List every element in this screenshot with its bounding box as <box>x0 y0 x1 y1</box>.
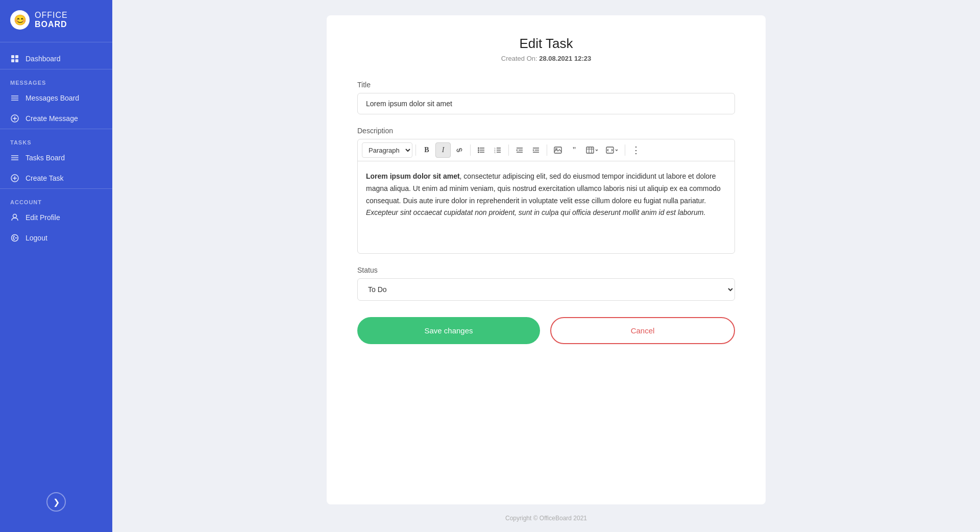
svg-rect-0 <box>11 55 14 58</box>
logo-icon: 😊 <box>10 10 30 30</box>
svg-text:3.: 3. <box>494 151 496 153</box>
editor-content[interactable]: Lorem ipsum dolor sit amet, consectetur … <box>358 161 734 253</box>
editor-italic-text: Excepteur sint occaecat cupidatat non pr… <box>366 208 705 216</box>
svg-point-16 <box>13 214 17 218</box>
description-group: Description Paragraph B I <box>357 127 735 254</box>
title-group: Title <box>357 81 735 114</box>
content-card: Edit Task Created On: 28.08.2021 12:23 T… <box>327 15 766 504</box>
toolbar-divider-2 <box>470 144 471 156</box>
italic-button[interactable]: I <box>435 142 451 158</box>
unordered-list-button[interactable] <box>474 142 489 158</box>
main-content: Edit Task Created On: 28.08.2021 12:23 T… <box>112 0 980 504</box>
create-task-icon <box>10 174 19 183</box>
description-label: Description <box>357 127 735 135</box>
footer: Copyright © OfficeBoard 2021 <box>112 504 980 532</box>
sidebar-item-dashboard-label: Dashboard <box>26 55 61 63</box>
sidebar-divider-2 <box>0 129 112 129</box>
toolbar-divider-1 <box>415 144 416 156</box>
form-actions: Save changes Cancel <box>357 317 735 344</box>
sidebar-toggle-button[interactable]: ❯ <box>46 492 66 512</box>
logout-label: Logout <box>26 234 47 242</box>
editor-bold-text: Lorem ipsum dolor sit amet <box>366 172 460 180</box>
sidebar-item-create-message[interactable]: Create Message <box>0 108 112 129</box>
ordered-list-button[interactable]: 1. 2. 3. <box>490 142 505 158</box>
svg-rect-37 <box>554 147 561 153</box>
toolbar-divider-4 <box>547 144 547 156</box>
sidebar-item-edit-profile[interactable]: Edit Profile <box>0 207 112 228</box>
editor-container: Paragraph B I <box>357 139 735 254</box>
created-date: 28.08.2021 12:23 <box>539 55 591 62</box>
svg-rect-1 <box>15 55 18 58</box>
svg-rect-3 <box>15 59 18 62</box>
table-button[interactable] <box>583 142 602 158</box>
sidebar-item-messages-board[interactable]: Messages Board <box>0 88 112 108</box>
sidebar-item-logout[interactable]: Logout <box>0 228 112 248</box>
footer-text: Copyright © OfficeBoard 2021 <box>505 515 587 522</box>
svg-point-21 <box>478 150 479 151</box>
sidebar-toggle-area: ❯ <box>0 482 112 522</box>
save-changes-button[interactable]: Save changes <box>357 317 540 344</box>
link-button[interactable] <box>452 142 467 158</box>
cancel-button[interactable]: Cancel <box>550 317 735 344</box>
status-group: Status To Do In Progress Done <box>357 266 735 301</box>
edit-profile-label: Edit Profile <box>26 213 60 222</box>
title-input[interactable] <box>357 93 735 114</box>
svg-rect-2 <box>11 59 14 62</box>
sidebar-item-dashboard[interactable]: Dashboard <box>0 49 112 69</box>
messages-board-label: Messages Board <box>26 94 79 102</box>
logout-icon <box>10 233 19 243</box>
sidebar-item-create-task[interactable]: Create Task <box>0 168 112 188</box>
messages-section-label: MESSAGES <box>0 76 112 88</box>
status-select[interactable]: To Do In Progress Done <box>357 278 735 301</box>
create-message-icon <box>10 114 19 123</box>
format-select[interactable]: Paragraph <box>362 142 412 158</box>
sidebar-item-tasks-board[interactable]: Tasks Board <box>0 148 112 168</box>
title-label: Title <box>357 81 735 89</box>
sidebar-divider-1 <box>0 69 112 69</box>
bold-button[interactable]: B <box>419 142 434 158</box>
tasks-board-label: Tasks Board <box>26 154 65 162</box>
status-label: Status <box>357 266 735 274</box>
create-task-label: Create Task <box>26 174 63 182</box>
indent-button[interactable] <box>528 142 544 158</box>
more-button[interactable]: ⋮ <box>628 142 644 158</box>
messages-board-icon <box>10 93 19 103</box>
sidebar-top-divider <box>0 42 112 42</box>
toolbar-divider-3 <box>508 144 509 156</box>
sidebar: 😊 OFFICE BOARD Dashboard MESSAGES Me <box>0 0 112 532</box>
account-section-label: ACCOUNT <box>0 195 112 207</box>
page-subtitle: Created On: 28.08.2021 12:23 <box>357 55 735 62</box>
embed-button[interactable] <box>603 142 622 158</box>
create-message-label: Create Message <box>26 114 78 123</box>
quote-button[interactable]: " <box>567 142 582 158</box>
logo-text: OFFICE BOARD <box>35 11 102 29</box>
outdent-button[interactable] <box>512 142 527 158</box>
tasks-section-label: TASKS <box>0 135 112 148</box>
toolbar-divider-5 <box>625 144 625 156</box>
svg-point-23 <box>478 152 479 153</box>
main-wrapper: Edit Task Created On: 28.08.2021 12:23 T… <box>112 0 980 532</box>
sidebar-divider-3 <box>0 188 112 189</box>
page-title: Edit Task <box>357 36 735 52</box>
editor-toolbar: Paragraph B I <box>358 139 734 161</box>
svg-rect-39 <box>586 147 594 153</box>
tasks-board-icon <box>10 153 19 162</box>
image-button[interactable] <box>550 142 566 158</box>
created-label: Created On: <box>501 55 537 62</box>
svg-point-19 <box>478 148 479 149</box>
dashboard-icon <box>10 54 19 63</box>
edit-profile-icon <box>10 213 19 222</box>
logo[interactable]: 😊 OFFICE BOARD <box>0 0 112 42</box>
